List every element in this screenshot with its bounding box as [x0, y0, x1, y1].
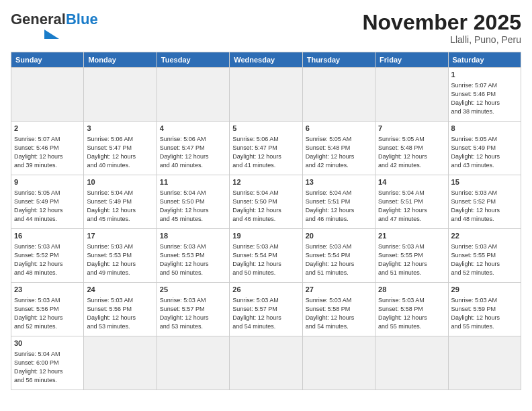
calendar-cell: 27Sunrise: 5:03 AM Sunset: 5:58 PM Dayli… [302, 283, 375, 336]
weekday-header-thursday: Thursday [302, 52, 375, 68]
svg-marker-0 [44, 30, 59, 39]
day-info: Sunrise: 5:03 AM Sunset: 5:52 PM Dayligh… [451, 189, 518, 224]
calendar-cell [84, 336, 157, 390]
calendar-cell: 9Sunrise: 5:05 AM Sunset: 5:49 PM Daylig… [11, 175, 84, 229]
calendar-cell [84, 68, 157, 122]
day-info: Sunrise: 5:05 AM Sunset: 5:49 PM Dayligh… [451, 135, 518, 170]
logo: General Blue [11, 11, 98, 39]
month-title: November 2025 [362, 11, 521, 34]
calendar-cell [230, 68, 302, 122]
calendar-cell: 3Sunrise: 5:06 AM Sunset: 5:47 PM Daylig… [84, 122, 157, 175]
calendar-cell [157, 68, 229, 122]
calendar-cell: 2Sunrise: 5:07 AM Sunset: 5:46 PM Daylig… [11, 122, 84, 175]
day-number: 11 [160, 177, 226, 187]
weekday-header-friday: Friday [375, 52, 448, 68]
calendar-cell: 4Sunrise: 5:06 AM Sunset: 5:47 PM Daylig… [157, 122, 229, 175]
weekday-header-row: SundayMondayTuesdayWednesdayThursdayFrid… [11, 52, 521, 68]
weekday-header-monday: Monday [84, 52, 157, 68]
calendar-cell [448, 336, 521, 390]
day-number: 21 [378, 231, 445, 241]
day-info: Sunrise: 5:04 AM Sunset: 5:50 PM Dayligh… [232, 189, 299, 224]
location-subtitle: Llalli, Puno, Peru [362, 34, 521, 45]
calendar-cell: 1Sunrise: 5:07 AM Sunset: 5:46 PM Daylig… [448, 68, 521, 122]
calendar-cell: 14Sunrise: 5:04 AM Sunset: 5:51 PM Dayli… [375, 175, 448, 229]
calendar-cell [230, 336, 302, 390]
calendar-week-row: 1Sunrise: 5:07 AM Sunset: 5:46 PM Daylig… [11, 68, 521, 122]
day-number: 25 [160, 285, 226, 295]
day-info: Sunrise: 5:03 AM Sunset: 5:56 PM Dayligh… [14, 296, 81, 331]
calendar-cell: 5Sunrise: 5:06 AM Sunset: 5:47 PM Daylig… [230, 122, 302, 175]
day-number: 24 [87, 285, 153, 295]
day-number: 5 [232, 124, 299, 134]
day-info: Sunrise: 5:06 AM Sunset: 5:47 PM Dayligh… [87, 135, 153, 170]
day-number: 13 [306, 177, 372, 187]
weekday-header-saturday: Saturday [448, 52, 521, 68]
calendar-cell: 22Sunrise: 5:03 AM Sunset: 5:55 PM Dayli… [448, 229, 521, 283]
day-info: Sunrise: 5:04 AM Sunset: 5:49 PM Dayligh… [87, 189, 153, 224]
calendar-cell: 30Sunrise: 5:04 AM Sunset: 6:00 PM Dayli… [11, 336, 84, 390]
calendar-cell: 12Sunrise: 5:04 AM Sunset: 5:50 PM Dayli… [230, 175, 302, 229]
day-info: Sunrise: 5:03 AM Sunset: 5:54 PM Dayligh… [306, 242, 372, 277]
day-number: 29 [451, 285, 518, 295]
calendar-cell [302, 336, 375, 390]
calendar-cell [11, 68, 84, 122]
day-info: Sunrise: 5:06 AM Sunset: 5:47 PM Dayligh… [232, 135, 299, 170]
day-info: Sunrise: 5:04 AM Sunset: 5:51 PM Dayligh… [306, 189, 372, 224]
day-number: 28 [378, 285, 445, 295]
logo-icon [12, 30, 59, 39]
calendar-cell [302, 68, 375, 122]
calendar-week-row: 30Sunrise: 5:04 AM Sunset: 6:00 PM Dayli… [11, 336, 521, 390]
logo-general: General [11, 11, 66, 28]
day-number: 30 [14, 338, 81, 349]
day-number: 27 [306, 285, 372, 295]
day-info: Sunrise: 5:03 AM Sunset: 5:59 PM Dayligh… [451, 296, 518, 331]
calendar-week-row: 23Sunrise: 5:03 AM Sunset: 5:56 PM Dayli… [11, 283, 521, 336]
calendar-week-row: 2Sunrise: 5:07 AM Sunset: 5:46 PM Daylig… [11, 122, 521, 175]
day-info: Sunrise: 5:04 AM Sunset: 6:00 PM Dayligh… [14, 350, 81, 385]
calendar-cell: 23Sunrise: 5:03 AM Sunset: 5:56 PM Dayli… [11, 283, 84, 336]
calendar-cell: 11Sunrise: 5:04 AM Sunset: 5:50 PM Dayli… [157, 175, 229, 229]
day-number: 3 [87, 124, 153, 134]
day-info: Sunrise: 5:03 AM Sunset: 5:53 PM Dayligh… [160, 242, 226, 277]
calendar-cell: 8Sunrise: 5:05 AM Sunset: 5:49 PM Daylig… [448, 122, 521, 175]
day-number: 2 [14, 124, 81, 134]
calendar-cell: 28Sunrise: 5:03 AM Sunset: 5:58 PM Dayli… [375, 283, 448, 336]
calendar-cell: 29Sunrise: 5:03 AM Sunset: 5:59 PM Dayli… [448, 283, 521, 336]
calendar-table: SundayMondayTuesdayWednesdayThursdayFrid… [11, 52, 521, 390]
day-number: 26 [232, 285, 299, 295]
calendar-cell: 6Sunrise: 5:05 AM Sunset: 5:48 PM Daylig… [302, 122, 375, 175]
day-info: Sunrise: 5:03 AM Sunset: 5:54 PM Dayligh… [232, 242, 299, 277]
day-info: Sunrise: 5:03 AM Sunset: 5:55 PM Dayligh… [451, 242, 518, 277]
calendar-cell: 17Sunrise: 5:03 AM Sunset: 5:53 PM Dayli… [84, 229, 157, 283]
calendar-cell: 7Sunrise: 5:05 AM Sunset: 5:48 PM Daylig… [375, 122, 448, 175]
weekday-header-wednesday: Wednesday [230, 52, 302, 68]
day-number: 14 [378, 177, 445, 187]
day-number: 22 [451, 231, 518, 241]
calendar-cell: 15Sunrise: 5:03 AM Sunset: 5:52 PM Dayli… [448, 175, 521, 229]
day-info: Sunrise: 5:04 AM Sunset: 5:50 PM Dayligh… [160, 189, 226, 224]
title-block: November 2025 Llalli, Puno, Peru [362, 11, 521, 45]
day-number: 17 [87, 231, 153, 241]
day-info: Sunrise: 5:03 AM Sunset: 5:58 PM Dayligh… [306, 296, 372, 331]
logo-blue: Blue [66, 11, 98, 28]
calendar-cell: 16Sunrise: 5:03 AM Sunset: 5:52 PM Dayli… [11, 229, 84, 283]
calendar-cell: 18Sunrise: 5:03 AM Sunset: 5:53 PM Dayli… [157, 229, 229, 283]
day-number: 4 [160, 124, 226, 134]
day-info: Sunrise: 5:03 AM Sunset: 5:57 PM Dayligh… [232, 296, 299, 331]
day-number: 6 [306, 124, 372, 134]
weekday-header-sunday: Sunday [11, 52, 84, 68]
day-number: 18 [160, 231, 226, 241]
day-number: 1 [451, 70, 518, 80]
day-info: Sunrise: 5:03 AM Sunset: 5:53 PM Dayligh… [87, 242, 153, 277]
day-number: 19 [232, 231, 299, 241]
day-number: 20 [306, 231, 372, 241]
page-header: General Blue November 2025 Llalli, Puno,… [11, 11, 521, 45]
calendar-cell [375, 336, 448, 390]
day-info: Sunrise: 5:06 AM Sunset: 5:47 PM Dayligh… [160, 135, 226, 170]
day-info: Sunrise: 5:03 AM Sunset: 5:52 PM Dayligh… [14, 242, 81, 277]
day-number: 7 [378, 124, 445, 134]
day-number: 16 [14, 231, 81, 241]
day-info: Sunrise: 5:03 AM Sunset: 5:58 PM Dayligh… [378, 296, 445, 331]
calendar-cell: 19Sunrise: 5:03 AM Sunset: 5:54 PM Dayli… [230, 229, 302, 283]
calendar-cell: 26Sunrise: 5:03 AM Sunset: 5:57 PM Dayli… [230, 283, 302, 336]
